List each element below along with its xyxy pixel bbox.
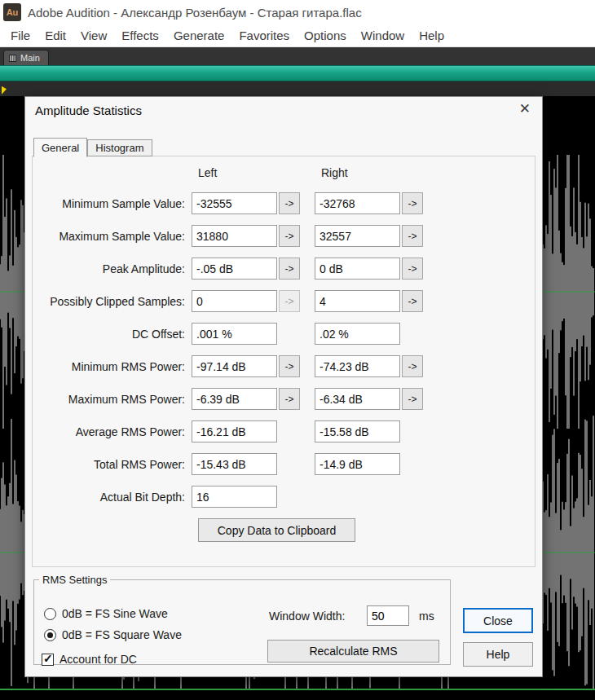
close-button[interactable]: Close [463, 608, 533, 633]
radio-sine-label: 0dB = FS Sine Wave [62, 607, 168, 620]
menu-options[interactable]: Options [297, 24, 354, 46]
stat-field-left[interactable]: -6.39 dB [192, 388, 277, 410]
stat-field-left[interactable]: 0 [192, 290, 277, 312]
menubar: File Edit View Effects Generate Favorite… [0, 24, 595, 47]
help-button[interactable]: Help [463, 642, 533, 667]
stat-row-label: Maximum RMS Power: [33, 393, 192, 406]
general-tab-panel: Left Right Minimum Sample Value:-32555->… [32, 156, 536, 567]
radio-square-label: 0dB = FS Square Wave [62, 628, 182, 641]
checkbox-checked-icon [42, 654, 54, 666]
stat-field-left[interactable]: 31880 [192, 225, 277, 247]
menu-window[interactable]: Window [354, 24, 412, 46]
arrow-spacer [277, 323, 300, 345]
goto-right-arrow-button[interactable]: -> [402, 192, 423, 214]
goto-right-arrow-button[interactable]: -> [402, 355, 423, 377]
stat-row-label: Possibly Clipped Samples: [33, 295, 192, 308]
stat-row-label: Maximum Sample Value: [33, 230, 192, 243]
menu-generate[interactable]: Generate [166, 24, 232, 46]
screen: Au Adobe Audition - Александр Розенбаум … [0, 0, 595, 700]
copy-data-button[interactable]: Copy Data to Clipboard [198, 518, 355, 542]
rms-settings-group: RMS Settings 0dB = FS Sine Wave 0dB = FS… [33, 574, 451, 665]
stat-field-left[interactable]: 16 [192, 486, 277, 508]
stat-field-right[interactable]: .02 % [315, 323, 400, 345]
stat-row-label: Average RMS Power: [33, 425, 192, 438]
arrow-spacer [277, 486, 300, 508]
radio-icon [44, 608, 56, 620]
stat-field-left[interactable]: -32555 [192, 192, 277, 214]
stat-row-label: DC Offset: [33, 328, 192, 341]
tab-histogram[interactable]: Histogram [87, 139, 152, 156]
column-left: Left [198, 166, 306, 179]
stat-field-right[interactable]: -6.34 dB [315, 388, 400, 410]
radio-square-wave[interactable]: 0dB = FS Square Wave [44, 628, 182, 641]
stat-row-label: Total RMS Power: [33, 458, 192, 471]
session-overview-bar[interactable] [0, 65, 595, 81]
goto-left-arrow-button[interactable]: -> [279, 388, 300, 410]
stat-row-label: Peak Amplitude: [33, 262, 192, 275]
stat-row: Maximum Sample Value:31880->32557-> [33, 225, 535, 247]
stat-field-right[interactable]: -74.23 dB [315, 355, 400, 377]
stat-row: Actual Bit Depth:16 [33, 486, 535, 508]
stat-row: Peak Amplitude:-.05 dB->0 dB-> [33, 258, 535, 280]
waveform-file-icon [9, 55, 16, 62]
arrow-spacer [277, 453, 300, 475]
checkbox-account-dc[interactable]: Account for DC [42, 653, 137, 666]
dialog-title: Amplitude Statistics [35, 103, 142, 117]
stat-row: Maximum RMS Power:-6.39 dB->-6.34 dB-> [33, 388, 535, 410]
stat-row-label: Minimum RMS Power: [33, 360, 192, 373]
recalculate-rms-button[interactable]: Recalculate RMS [267, 640, 439, 663]
window-titlebar: Au Adobe Audition - Александр Розенбаум … [0, 0, 595, 24]
arrow-spacer [400, 323, 423, 345]
goto-left-arrow-button[interactable]: -> [279, 192, 300, 214]
radio-selected-icon [44, 629, 56, 641]
arrow-spacer [400, 453, 423, 475]
column-headers: Left Right [33, 166, 535, 179]
goto-right-arrow-button[interactable]: -> [402, 225, 423, 247]
stat-row: Minimum RMS Power:-97.14 dB->-74.23 dB-> [33, 355, 535, 377]
stat-field-right[interactable]: -14.9 dB [315, 453, 400, 475]
goto-left-arrow-button[interactable]: -> [279, 355, 300, 377]
arrow-spacer [400, 420, 423, 442]
radio-sine-wave[interactable]: 0dB = FS Sine Wave [44, 607, 168, 620]
stat-row-label: Minimum Sample Value: [33, 197, 192, 210]
menu-edit[interactable]: Edit [37, 24, 73, 46]
stat-field-right[interactable]: 0 dB [315, 258, 400, 280]
account-dc-label: Account for DC [60, 653, 137, 666]
goto-right-arrow-button[interactable]: -> [402, 258, 423, 280]
menu-view[interactable]: View [73, 24, 114, 46]
tab-general[interactable]: General [33, 138, 87, 157]
window-width-input[interactable] [367, 605, 409, 626]
menu-effects[interactable]: Effects [114, 24, 166, 46]
stat-field-left[interactable]: .001 % [192, 323, 277, 345]
stat-row: Possibly Clipped Samples:0->4-> [33, 290, 535, 312]
stat-field-left[interactable]: -97.14 dB [192, 355, 277, 377]
menu-help[interactable]: Help [412, 24, 452, 46]
stat-field-right[interactable]: -32768 [315, 192, 400, 214]
app-icon-text: Au [7, 7, 19, 17]
main-file-tab[interactable]: Main [3, 50, 49, 65]
menu-favorites[interactable]: Favorites [231, 24, 297, 46]
window-title: Adobe Audition - Александр Розенбаум - С… [28, 6, 362, 20]
stat-field-right[interactable]: 32557 [315, 225, 400, 247]
window-width-unit: ms [419, 610, 434, 623]
goto-left-arrow-button[interactable]: -> [279, 225, 300, 247]
stat-field-right[interactable]: -15.58 dB [315, 420, 400, 442]
stat-field-right[interactable]: 4 [315, 290, 400, 312]
amplitude-statistics-dialog: Amplitude Statistics ✕ General Histogram… [24, 96, 543, 677]
stat-field-left[interactable]: -16.21 dB [192, 420, 277, 442]
window-width-label: Window Width: [269, 610, 345, 623]
menu-file[interactable]: File [3, 24, 37, 46]
stat-row-label: Actual Bit Depth: [33, 491, 192, 504]
timeline-strip [0, 81, 595, 96]
header-spacer [33, 166, 198, 179]
rms-settings-legend: RMS Settings [39, 574, 110, 586]
file-tab-strip: Main [0, 47, 595, 65]
playhead-marker[interactable] [2, 85, 7, 94]
stat-field-left[interactable]: -15.43 dB [192, 453, 277, 475]
goto-right-arrow-button[interactable]: -> [402, 388, 423, 410]
goto-left-arrow-button: -> [279, 290, 300, 312]
close-icon[interactable]: ✕ [519, 102, 531, 116]
goto-right-arrow-button[interactable]: -> [402, 290, 423, 312]
goto-left-arrow-button[interactable]: -> [279, 258, 300, 280]
stat-field-left[interactable]: -.05 dB [192, 258, 277, 280]
